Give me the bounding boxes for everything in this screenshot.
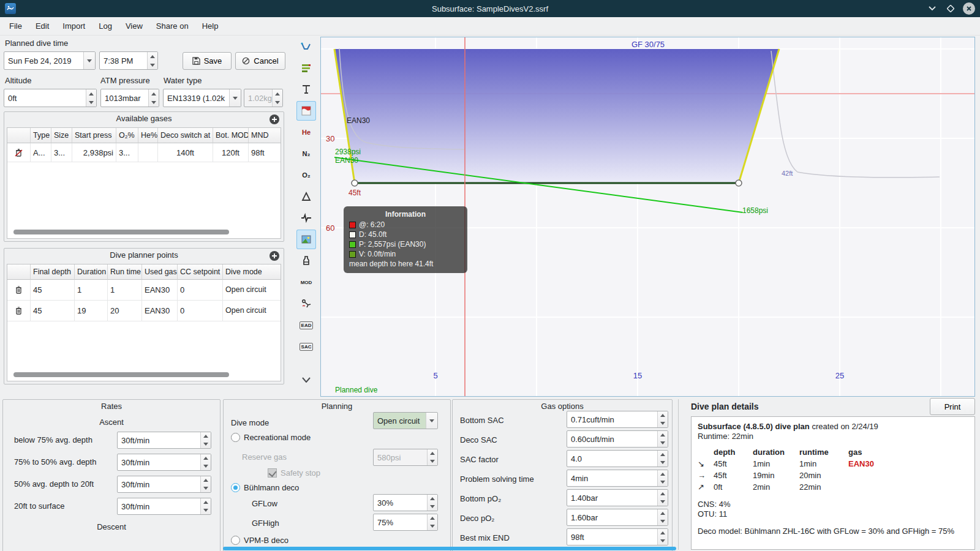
spin-down-icon[interactable] — [658, 478, 668, 486]
spin-down-icon[interactable] — [201, 462, 211, 470]
menu-share-on[interactable]: Share on — [149, 18, 195, 34]
spin-down-icon[interactable] — [658, 459, 668, 467]
spin-down-icon[interactable] — [148, 61, 157, 69]
add-gas-button[interactable] — [270, 114, 279, 124]
points-col-runtime[interactable]: Run time — [108, 264, 142, 280]
ead-toggle-icon[interactable]: EAD — [296, 315, 316, 335]
spin-up-icon[interactable] — [428, 514, 437, 522]
delete-point-icon[interactable] — [7, 280, 31, 301]
scale-graph-icon[interactable] — [296, 37, 316, 56]
pp-n2-toggle-icon[interactable]: N₂ — [296, 144, 316, 163]
spin-up-icon[interactable] — [201, 432, 211, 440]
gases-col-delete[interactable] — [7, 128, 31, 143]
spin-up-icon[interactable] — [658, 509, 668, 517]
spin-up-icon[interactable] — [658, 411, 668, 419]
spin-up-icon[interactable] — [149, 89, 159, 98]
spin-up-icon[interactable] — [201, 476, 211, 484]
spin-buttons[interactable] — [657, 490, 668, 506]
spin-buttons[interactable] — [147, 52, 157, 69]
settings-hscrollbar[interactable] — [223, 547, 676, 550]
gradient-factor-toggle-icon[interactable] — [296, 187, 316, 206]
spin-buttons[interactable] — [657, 411, 668, 427]
add-point-button[interactable] — [270, 251, 279, 261]
ascent-rate-3-spinner[interactable]: 30ft/min — [117, 476, 211, 493]
menu-file[interactable]: File — [2, 18, 29, 34]
spin-up-icon[interactable] — [658, 431, 668, 439]
mod-toggle-icon[interactable]: MOD — [296, 272, 316, 292]
maximize-window-icon[interactable] — [944, 2, 957, 15]
pp-he-toggle-icon[interactable]: He — [296, 122, 316, 142]
spin-up-icon[interactable] — [86, 89, 96, 98]
chevron-down-icon[interactable] — [83, 52, 95, 69]
delete-point-icon[interactable] — [7, 301, 31, 321]
gases-col-mnd[interactable]: MND — [249, 128, 281, 143]
spin-up-icon[interactable] — [658, 451, 668, 459]
bottom-sac-spinner[interactable]: 0.71cuft/min — [567, 411, 668, 428]
spin-down-icon[interactable] — [86, 98, 96, 107]
menu-edit[interactable]: Edit — [29, 18, 56, 34]
print-button[interactable]: Print — [930, 398, 975, 415]
spin-up-icon[interactable] — [148, 52, 157, 61]
spin-up-icon[interactable] — [658, 490, 668, 498]
menu-help[interactable]: Help — [195, 18, 225, 34]
spin-up-icon[interactable] — [428, 495, 437, 503]
spin-buttons[interactable] — [657, 509, 668, 525]
spin-buttons[interactable] — [148, 89, 159, 107]
gases-col-decoswitch[interactable]: Deco switch at — [158, 128, 213, 143]
sac-factor-spinner[interactable]: 4.0 — [567, 450, 668, 467]
ceiling-toggle-icon[interactable] — [296, 101, 316, 121]
gfhigh-spinner[interactable]: 75% — [373, 514, 438, 531]
vpmb-deco-radio[interactable] — [231, 536, 240, 545]
photos-toggle-icon[interactable] — [296, 230, 316, 249]
water-type-combo[interactable]: EN13319 (1.02k — [163, 89, 241, 107]
spin-up-icon[interactable] — [658, 470, 668, 478]
dive-mode-combo[interactable]: Open circuit — [373, 412, 438, 429]
gases-col-startpress[interactable]: Start press — [72, 128, 116, 143]
spin-down-icon[interactable] — [658, 439, 668, 447]
spin-down-icon[interactable] — [658, 498, 668, 506]
delete-gas-icon[interactable] — [7, 143, 31, 162]
menu-import[interactable]: Import — [56, 18, 92, 34]
gases-col-size[interactable]: Size — [51, 128, 72, 143]
atm-pressure-spinner[interactable]: 1013mbar — [100, 89, 159, 107]
deco-sac-spinner[interactable]: 0.60cuft/min — [567, 430, 668, 448]
gas-row[interactable]: A... 3... 2,938psi 3... 140ft 120ft 98ft — [7, 143, 281, 162]
points-hscrollbar[interactable] — [13, 372, 234, 377]
heart-rate-toggle-icon[interactable] — [296, 208, 316, 228]
spin-buttons[interactable] — [427, 514, 437, 530]
tissues-icon[interactable] — [296, 58, 316, 78]
ascent-rate-4-spinner[interactable]: 30ft/min — [117, 498, 211, 515]
diver-sac-toggle-icon[interactable] — [296, 294, 316, 313]
spin-down-icon[interactable] — [201, 440, 211, 448]
menu-view[interactable]: View — [119, 18, 149, 34]
best-mix-end-spinner[interactable]: 98ft — [567, 528, 668, 545]
points-col-setpoint[interactable]: CC setpoint — [178, 264, 223, 280]
spin-up-icon[interactable] — [201, 454, 211, 462]
gases-col-o2[interactable]: O₂% — [116, 128, 138, 143]
problem-solving-time-spinner[interactable]: 4min — [567, 470, 668, 487]
pp-o2-toggle-icon[interactable]: O₂ — [296, 165, 316, 185]
gases-hscrollbar[interactable] — [13, 230, 234, 234]
points-col-mode[interactable]: Dive mode — [223, 264, 281, 280]
spin-buttons[interactable] — [86, 89, 96, 107]
gases-col-he[interactable]: He% — [138, 128, 158, 143]
altitude-spinner[interactable]: 0ft — [4, 89, 97, 107]
shade-window-icon[interactable] — [926, 2, 938, 15]
points-col-gas[interactable]: Used gas — [142, 264, 178, 280]
spin-buttons[interactable] — [657, 470, 668, 486]
spin-buttons[interactable] — [657, 431, 668, 447]
gases-col-botmod[interactable]: Bot. MOD — [213, 128, 249, 143]
spin-buttons[interactable] — [200, 476, 211, 492]
spin-down-icon[interactable] — [201, 484, 211, 492]
titlebar[interactable]: Subsurface: SampleDivesV2.ssrf — [0, 0, 980, 17]
deco-po2-spinner[interactable]: 1.60bar — [567, 509, 668, 526]
spin-up-icon[interactable] — [201, 498, 211, 506]
chevron-down-icon[interactable] — [426, 413, 437, 429]
dive-profile-chart[interactable]: GF 30/75 EAN30 2938psi EAN30 45ft 1658ps… — [320, 37, 975, 397]
dive-time-spinner[interactable]: 7:38 PM — [99, 51, 158, 70]
ruler-icon[interactable] — [296, 80, 316, 99]
spin-buttons[interactable] — [200, 454, 211, 470]
spin-down-icon[interactable] — [428, 503, 437, 511]
ascent-rate-1-spinner[interactable]: 30ft/min — [117, 432, 211, 449]
dive-date-combo[interactable]: Sun Feb 24, 2019 — [4, 51, 96, 70]
